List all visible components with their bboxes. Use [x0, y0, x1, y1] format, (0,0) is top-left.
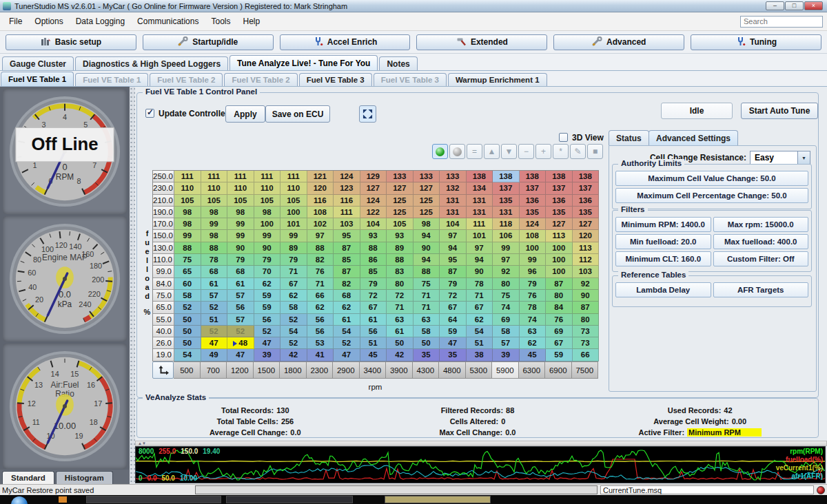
- ve-cell[interactable]: 138: [573, 171, 600, 182]
- increment-icon[interactable]: ▲: [484, 144, 500, 159]
- ve-cell[interactable]: 111: [201, 171, 228, 182]
- minimize-button[interactable]: –: [766, 1, 784, 10]
- subtab-fuel-ve-table-3[interactable]: Fuel VE Table 3: [299, 73, 372, 86]
- ve-cell[interactable]: 102: [307, 218, 334, 230]
- decrement-icon[interactable]: ▼: [501, 144, 517, 159]
- sync-icon[interactable]: [432, 144, 448, 159]
- ve-cell[interactable]: 138: [520, 171, 547, 182]
- ve-cell[interactable]: 80: [546, 290, 573, 302]
- ve-cell[interactable]: 131: [467, 195, 493, 207]
- ve-cell[interactable]: 47: [227, 349, 254, 361]
- ve-cell[interactable]: 95: [334, 230, 360, 242]
- ve-cell[interactable]: 94: [440, 242, 467, 254]
- ve-cell[interactable]: 42: [387, 349, 414, 361]
- ve-cell[interactable]: 64: [440, 314, 467, 326]
- settings-tab-status[interactable]: Status: [609, 130, 649, 145]
- filter-min-fuelload[interactable]: Min fuelload: 20.0: [615, 234, 711, 249]
- ve-cell[interactable]: 137: [493, 182, 520, 194]
- ve-cell[interactable]: 120: [307, 182, 334, 194]
- ve-cell[interactable]: 111: [334, 207, 360, 218]
- ve-cell[interactable]: 52: [201, 302, 228, 313]
- ve-cell[interactable]: 100: [546, 266, 573, 277]
- ve-cell[interactable]: 94: [414, 230, 440, 242]
- scale-icon[interactable]: *: [553, 144, 569, 159]
- ve-cell[interactable]: 41: [307, 349, 334, 361]
- ve-cell[interactable]: 88: [414, 266, 440, 277]
- ve-cell[interactable]: 97: [467, 242, 493, 254]
- ve-cell[interactable]: 111: [280, 171, 307, 182]
- ve-cell[interactable]: 52: [334, 337, 360, 349]
- ve-cell[interactable]: 112: [573, 254, 600, 266]
- rpm-header[interactable]: 4300: [413, 361, 440, 379]
- ve-cell[interactable]: 108: [520, 230, 547, 242]
- ve-cell[interactable]: 61: [334, 314, 360, 326]
- ve-cell[interactable]: 89: [280, 242, 307, 254]
- ve-cell[interactable]: 104: [360, 218, 387, 230]
- filter-max-rpm[interactable]: Max rpm: 15000.0: [713, 217, 809, 232]
- ve-cell[interactable]: 90: [467, 266, 493, 277]
- ve-cell[interactable]: 93: [387, 230, 414, 242]
- accel-enrich-button[interactable]: Accel Enrich: [280, 34, 411, 50]
- reference-afr-targets[interactable]: AFR Targets: [713, 282, 809, 297]
- fuelload-header[interactable]: 230.0: [153, 182, 174, 194]
- ve-cell[interactable]: 38: [467, 349, 493, 361]
- ve-cell[interactable]: 133: [414, 171, 440, 182]
- ve-cell[interactable]: 87: [546, 278, 573, 290]
- ve-cell[interactable]: 131: [493, 207, 520, 218]
- taskbar-window-preview[interactable]: [226, 496, 353, 503]
- tab-notes[interactable]: Notes: [379, 56, 417, 70]
- fuelload-header[interactable]: 55.0: [153, 314, 174, 326]
- save-on-ecu-button[interactable]: Save on ECU: [265, 105, 330, 123]
- ve-cell[interactable]: 72: [440, 290, 467, 302]
- ve-cell[interactable]: 52: [227, 326, 254, 337]
- ve-cell[interactable]: 73: [573, 337, 600, 349]
- ve-cell[interactable]: 56: [307, 326, 334, 337]
- rpm-header[interactable]: 5900: [492, 361, 519, 379]
- rpm-header[interactable]: 3400: [360, 361, 387, 379]
- ve-cell[interactable]: 111: [467, 218, 493, 230]
- ve-cell[interactable]: 87: [440, 266, 467, 277]
- taskbar-icon[interactable]: [59, 496, 67, 503]
- ve-cell[interactable]: 72: [360, 290, 387, 302]
- ve-cell[interactable]: 129: [360, 171, 387, 182]
- cell-change-resistance-select[interactable]: Easy ▼: [750, 151, 810, 165]
- ve-cell[interactable]: 87: [334, 266, 360, 277]
- rpm-header[interactable]: 700: [201, 361, 227, 379]
- ve-cell[interactable]: 103: [334, 218, 360, 230]
- ve-cell[interactable]: 42: [280, 349, 307, 361]
- ve-cell[interactable]: 50: [174, 337, 201, 349]
- ve-cell[interactable]: 127: [360, 182, 387, 194]
- ve-cell[interactable]: 127: [546, 218, 573, 230]
- ve-cell[interactable]: 52: [280, 337, 307, 349]
- ve-cell[interactable]: 71: [387, 302, 414, 313]
- ve-cell[interactable]: 63: [520, 326, 547, 337]
- ve-cell[interactable]: 78: [201, 254, 228, 266]
- ve-cell[interactable]: 105: [174, 195, 201, 207]
- ve-cell[interactable]: 88: [174, 242, 201, 254]
- menu-tools[interactable]: Tools: [205, 13, 236, 30]
- ve-cell[interactable]: 74: [520, 314, 547, 326]
- rpm-header[interactable]: 6900: [545, 361, 572, 379]
- ve-cell[interactable]: 51: [360, 337, 387, 349]
- record-icon[interactable]: [449, 144, 465, 159]
- subtab-fuel-ve-table-3[interactable]: Fuel VE Table 3: [374, 73, 447, 86]
- rpm-header[interactable]: 3900: [386, 361, 413, 379]
- ve-cell[interactable]: 98: [174, 207, 201, 218]
- ve-cell[interactable]: 90: [254, 242, 281, 254]
- menu-data-logging[interactable]: Data Logging: [70, 13, 131, 30]
- ve-cell[interactable]: 68: [201, 266, 228, 277]
- ve-cell[interactable]: 100: [546, 254, 573, 266]
- ve-cell[interactable]: 125: [387, 195, 414, 207]
- ve-cell[interactable]: 96: [520, 266, 547, 277]
- settings-tab-advanced-settings[interactable]: Advanced Settings: [649, 130, 738, 145]
- rpm-header[interactable]: 5300: [466, 361, 493, 379]
- ve-cell[interactable]: 47: [254, 337, 281, 349]
- ve-cell[interactable]: 90: [573, 290, 600, 302]
- ve-cell[interactable]: 70: [254, 266, 281, 277]
- ve-cell[interactable]: 121: [307, 171, 334, 182]
- ve-cell[interactable]: 101: [467, 230, 493, 242]
- ve-cell[interactable]: 137: [546, 182, 573, 194]
- ve-cell[interactable]: 137: [573, 182, 600, 194]
- ve-cell[interactable]: 79: [280, 254, 307, 266]
- ve-cell[interactable]: 134: [467, 182, 493, 194]
